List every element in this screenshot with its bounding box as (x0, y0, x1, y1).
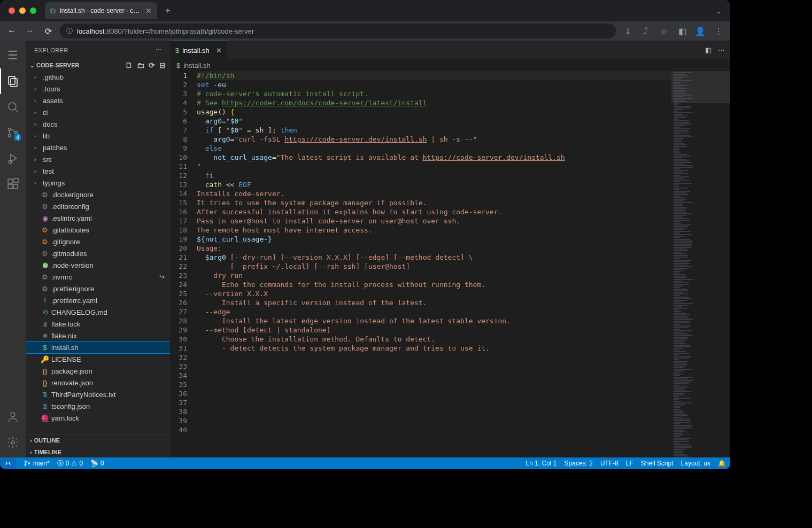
accounts-icon[interactable] (0, 404, 26, 430)
sidebar-more-icon[interactable]: ⋯ (156, 46, 162, 53)
tree-item--prettierignore[interactable]: ⚙.prettierignore (26, 283, 170, 294)
tree-item-changelog-md[interactable]: ⟲CHANGELOG.md (26, 306, 170, 318)
tree-item--editorconfig[interactable]: ⚙.editorconfig (26, 200, 170, 212)
tree-item-license[interactable]: 🔑LICENSE (26, 353, 170, 365)
svg-point-2 (9, 103, 16, 110)
svg-line-3 (15, 109, 18, 112)
bookmark-icon[interactable]: ☆ (658, 26, 670, 36)
file-icon: ⟲ (41, 308, 49, 316)
breadcrumbs[interactable]: $ install.sh (170, 59, 730, 71)
indentation-status[interactable]: Spaces: 2 (564, 460, 593, 467)
file-icon: {} (41, 379, 49, 387)
new-tab-button[interactable]: + (160, 3, 175, 18)
minimap[interactable] (671, 71, 730, 457)
run-debug-icon[interactable] (0, 145, 26, 171)
tree-item--eslintrc-yaml[interactable]: ◉.eslintrc.yaml (26, 212, 170, 224)
tree-item-lib[interactable]: ›lib (26, 130, 170, 142)
timeline-section[interactable]: › TIMELINE (26, 446, 170, 457)
tree-item-tsconfig-json[interactable]: 🗎tsconfig.json (26, 400, 170, 412)
menu-toggle-icon[interactable]: ☰ (0, 43, 26, 68)
tree-item--gitignore[interactable]: ⚙.gitignore (26, 236, 170, 247)
tree-item-typings[interactable]: ›typings (26, 177, 170, 189)
tree-item-flake-lock[interactable]: 🗎flake.lock (26, 318, 170, 330)
tree-item-ci[interactable]: ›ci (26, 106, 170, 118)
back-button[interactable]: ← (5, 26, 18, 36)
side-panel-icon[interactable]: ◧ (676, 26, 689, 36)
svg-rect-8 (8, 179, 12, 183)
chevron-right-icon: › (34, 157, 41, 162)
window-maximize-button[interactable] (30, 7, 36, 14)
warning-icon: ⚠ (71, 460, 77, 467)
tree-item--gitattributes[interactable]: ⚙.gitattributes (26, 224, 170, 236)
tree-item-test[interactable]: ›test (26, 165, 170, 177)
editor-tab-install-sh[interactable]: $ install.sh ✕ (170, 41, 228, 59)
keyboard-layout[interactable]: Layout: us (681, 460, 710, 467)
search-icon[interactable] (0, 94, 26, 120)
tree-item--nvmrc[interactable]: ⚙.nvmrc↪ (26, 271, 170, 283)
ports-status[interactable]: 📡0 (90, 460, 104, 467)
chevron-right-icon: › (34, 145, 41, 151)
source-control-icon[interactable]: 4 (0, 120, 26, 145)
file-icon: 🗎 (41, 402, 49, 410)
file-tree[interactable]: ›.github›.tours›assets›ci›docs›lib›patch… (26, 71, 170, 434)
notifications-icon[interactable]: 🔔 (718, 460, 726, 467)
tree-item-flake-nix[interactable]: ❄flake.nix (26, 330, 170, 341)
file-label: .gitignore (51, 238, 80, 246)
tree-item-package-json[interactable]: {}package.json (26, 365, 170, 377)
forward-button[interactable]: → (24, 26, 36, 36)
outline-section[interactable]: › OUTLINE (26, 434, 170, 446)
chrome-menu-icon[interactable]: ⋮ (712, 26, 725, 36)
editor-body[interactable]: 1234567891011121314151617181920212223242… (170, 71, 730, 457)
tree-item-install-sh[interactable]: $install.sh (26, 341, 170, 353)
remote-indicator[interactable] (0, 457, 16, 469)
install-app-icon[interactable]: ⤓ (621, 26, 634, 36)
tree-item-assets[interactable]: ›assets (26, 95, 170, 106)
reload-button[interactable]: ⟳ (42, 26, 55, 36)
browser-tab-close-icon[interactable]: ✕ (145, 6, 152, 15)
tree-item--node-version[interactable]: ⬢.node-version (26, 259, 170, 271)
profile-icon[interactable]: 👤 (694, 26, 707, 36)
tree-item--prettierrc-yaml[interactable]: !.prettierrc.yaml (26, 294, 170, 306)
close-tab-icon[interactable]: ✕ (216, 46, 222, 55)
collapse-all-icon[interactable]: ⊟ (159, 61, 166, 69)
tree-item--tours[interactable]: ›.tours (26, 83, 170, 95)
extensions-icon[interactable] (0, 171, 26, 197)
editor-more-icon[interactable]: ⋯ (718, 46, 725, 54)
tree-item--gitmodules[interactable]: ⚙.gitmodules (26, 247, 170, 259)
tree-item--dockerignore[interactable]: ⚙.dockerignore (26, 189, 170, 200)
tree-item-thirdpartynotices-txt[interactable]: 🗎ThirdPartyNotices.txt (26, 389, 170, 400)
folder-actions: 🗋 🗀 ⟳ ⊟ (125, 61, 166, 69)
git-branch-status[interactable]: main* (24, 460, 50, 467)
split-editor-icon[interactable]: ◧ (705, 46, 712, 54)
tree-item-patches[interactable]: ›patches (26, 142, 170, 153)
tree-item-renovate-json[interactable]: {}renovate.json (26, 377, 170, 389)
problems-status[interactable]: ⓧ0 ⚠0 (57, 459, 83, 468)
folder-label: .github (43, 73, 64, 81)
error-icon: ⓧ (57, 459, 64, 468)
tree-item-yarn-lock[interactable]: 🧶yarn.lock (26, 412, 170, 424)
file-label: .gitmodules (51, 250, 87, 258)
file-label: .dockerignore (51, 191, 94, 199)
new-file-icon[interactable]: 🗋 (125, 61, 133, 69)
language-mode[interactable]: Shell Script (641, 460, 674, 467)
explorer-icon[interactable] (0, 68, 26, 94)
url-input[interactable]: ⓘ localhost:8080/?folder=/home/jothipras… (60, 24, 616, 38)
encoding-status[interactable]: UTF-8 (600, 460, 618, 467)
eol-status[interactable]: LF (626, 460, 633, 467)
settings-gear-icon[interactable] (0, 430, 26, 455)
cursor-position[interactable]: Ln 1, Col 1 (525, 460, 556, 467)
tree-item-src[interactable]: ›src (26, 153, 170, 165)
window-close-button[interactable] (9, 7, 15, 14)
tree-item-docs[interactable]: ›docs (26, 118, 170, 130)
new-folder-icon[interactable]: 🗀 (137, 61, 144, 69)
tree-item--github[interactable]: ›.github (26, 71, 170, 83)
window-minimize-button[interactable] (19, 7, 26, 14)
share-icon[interactable]: ⤴ (639, 26, 652, 36)
browser-tab-active[interactable]: ⧉ install.sh - code-server - co… ✕ (45, 2, 157, 19)
code-content[interactable]: #!/bin/shset -eu# code-server's automati… (197, 71, 671, 457)
explorer-sidebar: EXPLORER ⋯ ⌄ CODE-SERVER 🗋 🗀 ⟳ ⊟ ›.githu… (26, 41, 170, 457)
folder-header[interactable]: ⌄ CODE-SERVER 🗋 🗀 ⟳ ⊟ (26, 59, 170, 71)
refresh-icon[interactable]: ⟳ (149, 61, 155, 69)
tab-list-button[interactable]: ⌄ (712, 7, 726, 15)
site-info-icon[interactable]: ⓘ (66, 27, 73, 36)
